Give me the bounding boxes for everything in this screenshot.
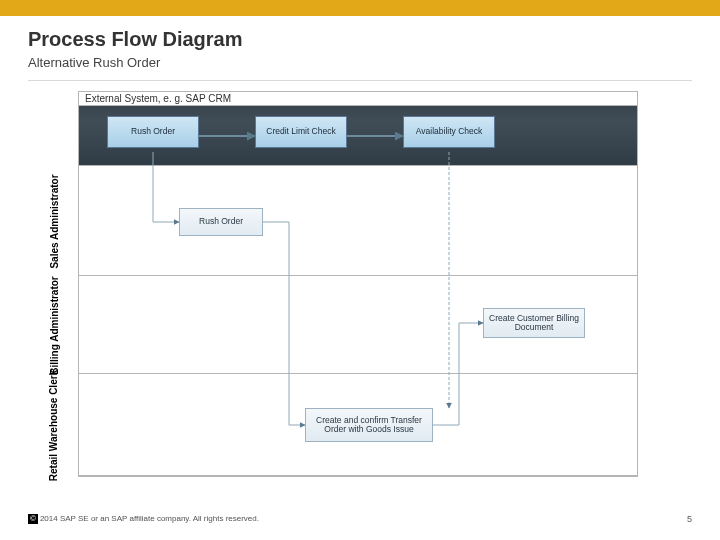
divider [28, 80, 692, 81]
lane-sales [79, 166, 637, 276]
page-title: Process Flow Diagram [28, 28, 692, 51]
footer: ©2014 SAP SE or an SAP affiliate company… [28, 514, 692, 524]
step-create-transfer-order: Create and confirm Transfer Order with G… [305, 408, 433, 442]
lane-label-sales-text: Sales Administrator [49, 174, 60, 268]
copyright-symbol: © [28, 514, 38, 524]
step-ext-rush-order: Rush Order [107, 116, 199, 148]
page-subtitle: Alternative Rush Order [28, 55, 692, 70]
brand-bar [0, 0, 720, 16]
lane-label-retail: Retail Warehouse Clerk [29, 374, 79, 476]
lane-label-sales: Sales Administrator [29, 166, 79, 276]
lane-external-title: External System, e. g. SAP CRM [79, 92, 637, 106]
page-number: 5 [687, 514, 692, 524]
copyright-text: 2014 SAP SE or an SAP affiliate company.… [40, 514, 259, 523]
step-ext-availability-check: Availability Check [403, 116, 495, 148]
lane-label-billing: Billing Administrator [29, 276, 79, 374]
lane-label-retail-text: Retail Warehouse Clerk [49, 369, 60, 480]
lane-external: External System, e. g. SAP CRM Rush Orde… [79, 92, 637, 166]
lane-label-billing-text: Billing Administrator [49, 276, 60, 375]
step-create-billing-doc: Create Customer Billing Document [483, 308, 585, 338]
process-flow-diagram: Sales Administrator Billing Administrato… [78, 91, 638, 477]
step-ext-credit-check: Credit Limit Check [255, 116, 347, 148]
copyright: ©2014 SAP SE or an SAP affiliate company… [28, 514, 259, 524]
step-sales-rush-order: Rush Order [179, 208, 263, 236]
